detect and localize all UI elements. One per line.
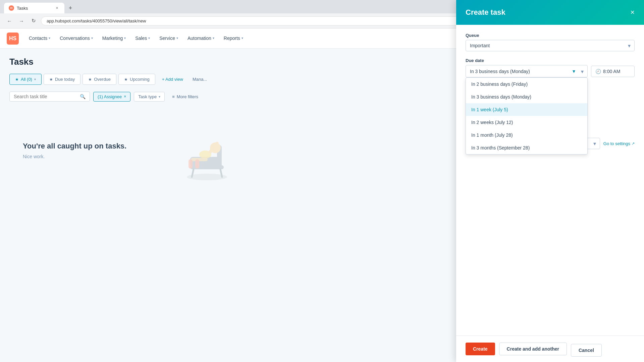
tab-due-today-icon: ★: [49, 77, 53, 82]
panel-footer: Create Create and add another Cancel: [456, 336, 644, 362]
new-tab-button[interactable]: +: [66, 3, 75, 13]
empty-subtext: Nice work.: [23, 154, 45, 159]
time-input[interactable]: 🕗 8:00 AM: [591, 66, 635, 77]
relaxing-illustration: [173, 118, 240, 187]
refresh-button[interactable]: ↻: [29, 16, 38, 25]
go-to-settings-link[interactable]: Go to settings ↗: [603, 141, 635, 146]
url-text: app.hubspot.com/tasks/40055750/view/all/…: [47, 18, 146, 23]
task-type-chevron-icon: ▾: [159, 95, 160, 99]
due-date-dropdown-scroll[interactable]: In 2 business days (Friday) In 3 busines…: [466, 78, 587, 154]
dropdown-item-2w-july12[interactable]: In 2 weeks (July 12): [466, 116, 587, 129]
tab-favicon: H: [9, 5, 14, 11]
panel-title: Create task: [466, 8, 505, 17]
due-date-dropdown-container: In 3 business days (Monday) ▾ In 2 busin…: [466, 65, 588, 77]
due-date-select-wrapper: In 3 business days (Monday) ▾: [466, 65, 588, 77]
more-filters-icon: ≡: [172, 94, 175, 99]
cancel-button[interactable]: Cancel: [571, 344, 602, 357]
tab-title: Tasks: [17, 6, 28, 11]
time-value: 8:00 AM: [603, 69, 620, 74]
due-date-value: In 3 business days (Monday): [470, 69, 530, 74]
sales-chevron-icon: ▾: [148, 36, 150, 40]
tab-close-button[interactable]: ×: [54, 5, 60, 11]
svg-rect-6: [191, 158, 208, 161]
due-date-select[interactable]: In 3 business days (Monday) ▾: [466, 65, 588, 77]
automation-chevron-icon: ▾: [213, 36, 214, 40]
more-filters-label: More filters: [177, 94, 198, 99]
due-date-chevron-icon: ▾: [573, 68, 575, 74]
tab-due-today-label: Due today: [55, 77, 75, 82]
more-filters-button[interactable]: ≡ More filters: [168, 92, 202, 101]
tab-overdue-icon: ★: [88, 77, 92, 82]
tab-overdue[interactable]: ★ Overdue: [83, 74, 116, 85]
svg-rect-7: [189, 159, 193, 169]
empty-heading: You're all caught up on tasks.: [23, 142, 126, 150]
panel-header: Create task ×: [456, 0, 644, 25]
nav-sales[interactable]: Sales ▾: [130, 28, 155, 49]
dropdown-item-3bd-monday[interactable]: In 3 business days (Monday): [466, 90, 587, 103]
queue-select[interactable]: Important: [466, 40, 635, 51]
marketing-chevron-icon: ▾: [124, 36, 126, 40]
back-button[interactable]: ←: [5, 16, 14, 25]
search-box[interactable]: 🔍: [9, 92, 90, 102]
go-to-settings-label: Go to settings: [603, 141, 630, 146]
nav-automation[interactable]: Automation ▾: [183, 28, 219, 49]
service-chevron-icon: ▾: [176, 36, 178, 40]
queue-form-group: Queue Important: [466, 33, 635, 51]
clock-icon: 🕗: [595, 69, 601, 74]
task-type-filter-label: Task type: [138, 94, 157, 99]
panel-body: Queue Important Due date In 3 business d…: [456, 25, 644, 336]
tab-upcoming-icon: ★: [124, 77, 128, 82]
queue-label: Queue: [466, 33, 635, 38]
add-view-button[interactable]: + Add view: [157, 74, 188, 84]
panel-close-button[interactable]: ×: [630, 9, 635, 16]
tab-all-chevron-icon: ▾: [34, 77, 36, 81]
dropdown-item-3m-sep28[interactable]: In 3 months (September 28): [466, 141, 587, 154]
tab-overdue-label: Overdue: [94, 77, 111, 82]
tab-all-icon: ★: [15, 77, 19, 82]
nav-service[interactable]: Service ▾: [155, 28, 183, 49]
tab-upcoming-label: Upcoming: [130, 77, 150, 82]
assignee-filter-close-icon[interactable]: ×: [124, 94, 126, 99]
tab-upcoming[interactable]: ★ Upcoming: [118, 74, 155, 85]
nav-reports[interactable]: Reports ▾: [219, 28, 248, 49]
empty-state: You're all caught up on tasks. Nice work…: [9, 122, 140, 179]
svg-rect-8: [195, 159, 199, 169]
nav-contacts[interactable]: Contacts ▾: [24, 28, 55, 49]
due-date-form-group: Due date In 3 business days (Monday) ▾: [466, 58, 635, 77]
search-icon: 🔍: [80, 94, 86, 99]
hubspot-logo[interactable]: HS: [7, 33, 19, 45]
dropdown-item-2bd-friday[interactable]: In 2 business days (Friday): [466, 78, 587, 90]
add-view-label: + Add view: [162, 77, 183, 82]
contacts-chevron-icon: ▾: [49, 36, 50, 40]
nav-conversations[interactable]: Conversations ▾: [55, 28, 98, 49]
browser-tab[interactable]: H Tasks ×: [4, 3, 64, 13]
due-date-row: In 3 business days (Monday) ▾ In 2 busin…: [466, 65, 635, 77]
create-task-panel: Create task × Queue Important Due date: [456, 0, 644, 362]
assignee-filter-label: (1) Assignee: [98, 94, 122, 99]
queue-select-wrapper: Important: [466, 40, 635, 51]
conversations-chevron-icon: ▾: [91, 36, 93, 40]
forward-button[interactable]: →: [17, 16, 26, 25]
due-date-label: Due date: [466, 58, 635, 63]
manage-views-button[interactable]: Mana...: [188, 74, 212, 84]
nav-marketing[interactable]: Marketing ▾: [98, 28, 130, 49]
manage-views-label: Mana...: [193, 77, 207, 82]
due-date-dropdown-menu: In 2 business days (Friday) In 3 busines…: [466, 77, 588, 155]
search-input[interactable]: [14, 94, 77, 99]
tab-due-today[interactable]: ★ Due today: [44, 74, 80, 85]
create-and-add-another-button[interactable]: Create and add another: [499, 343, 567, 355]
reports-chevron-icon: ▾: [241, 36, 243, 40]
task-type-filter-button[interactable]: Task type ▾: [134, 92, 165, 102]
tab-all-label: All (0): [21, 77, 32, 82]
dropdown-item-1w-july5[interactable]: In 1 week (July 5): [466, 103, 587, 116]
assignee-filter-chip[interactable]: (1) Assignee ×: [93, 92, 130, 102]
create-button[interactable]: Create: [466, 343, 495, 355]
dropdown-item-1m-july28[interactable]: In 1 month (July 28): [466, 129, 587, 141]
tab-all[interactable]: ★ All (0) ▾: [9, 74, 42, 85]
external-link-icon: ↗: [632, 141, 635, 146]
